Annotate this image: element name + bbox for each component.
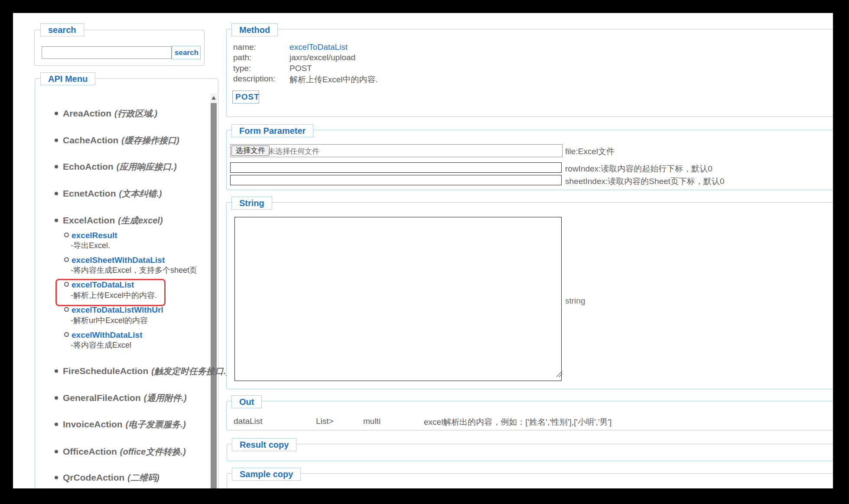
menu-link-label[interactable]: excelSheetWithDataList: [72, 255, 165, 265]
search-button[interactable]: search: [172, 46, 201, 59]
menu-item-label: GeneralFileAction: [63, 393, 141, 403]
menu-item-suffix: (生成excel): [118, 216, 163, 225]
out-field-name: dataList: [234, 417, 263, 426]
method-legend: Method: [231, 23, 278, 36]
menu-link-label[interactable]: excelToDataListWithUrl: [72, 305, 163, 314]
menu-item-label: EcnetAction: [63, 188, 116, 198]
menu-link-label[interactable]: excelToDataList: [72, 280, 134, 289]
page-content: search search API Menu AreaAction(行政区域.)…: [13, 13, 833, 488]
circle-bullet-icon: [64, 307, 69, 312]
menu-item-suffix: (缓存操作接口): [121, 136, 179, 145]
menu-item-office: OfficeAction(office文件转换.): [55, 446, 186, 458]
result-copy-panel: Result copy: [227, 444, 833, 461]
menu-item-invoice: InvoiceAction(电子发票服务.): [55, 419, 186, 430]
out-panel: Out dataList List> multi excel解析出的内容，例如：…: [226, 401, 833, 430]
sheetindex-input[interactable]: [230, 175, 562, 185]
menu-item-label: FireScheduleAction: [63, 366, 148, 376]
menu-link-exceltodatalist[interactable]: excelToDataList: [64, 280, 134, 290]
menu-link-desc: -解析url中Excel的内容: [71, 315, 148, 326]
menu-item-label: QrCodeAction: [63, 472, 124, 482]
menu-link-excelresult[interactable]: excelResult: [64, 231, 117, 240]
bullet-icon: [55, 165, 58, 168]
bullet-icon: [55, 450, 58, 453]
menu-item-label: OfficeAction: [63, 446, 117, 456]
menu-item-label: EchoAction: [63, 162, 114, 171]
menu-link-desc: -导出Excel.: [71, 240, 110, 251]
menu-link-desc: -将内容生成Excel: [71, 340, 131, 350]
menu-item-suffix: (行政区域.): [114, 109, 157, 118]
rowindex-input[interactable]: [230, 162, 562, 173]
circle-bullet-icon: [64, 257, 69, 262]
menu-scrollbar[interactable]: [211, 94, 217, 488]
menu-item-label: ExcelAction: [63, 215, 115, 225]
out-field-multi: multi: [363, 417, 381, 426]
form-parameter-panel: Form Parameter 选择文件 未选择任何文件 file:Excel文件…: [226, 130, 833, 190]
bullet-icon: [55, 192, 58, 195]
menu-item-generalfile: GeneralFileAction(通用附件.): [55, 392, 187, 404]
menu-item-echo: EchoAction(应用响应接口.): [55, 161, 177, 173]
scrollbar-thumb[interactable]: [211, 103, 217, 488]
rowindex-field-label: rowIndex:读取内容的起始行下标，默认0: [565, 163, 712, 174]
circle-bullet-icon: [64, 233, 69, 237]
circle-bullet-icon: [64, 282, 69, 287]
menu-item-label: AreaAction: [63, 108, 111, 118]
api-menu-legend: API Menu: [40, 72, 95, 85]
method-name-label: name:: [233, 42, 256, 52]
menu-item-suffix: (通用附件.): [144, 393, 187, 403]
form-parameter-legend: Form Parameter: [231, 124, 313, 137]
menu-link-excelsheetwithdatalist[interactable]: excelSheetWithDataList: [64, 255, 165, 265]
file-status-text: 未选择任何文件: [268, 146, 319, 156]
sample-copy-panel: Sample copy: [227, 473, 833, 488]
menu-item-cache: CacheAction(缓存操作接口): [55, 135, 179, 146]
result-copy-legend: Result copy: [232, 438, 296, 451]
menu-link-label[interactable]: excelResult: [72, 231, 117, 240]
search-panel-legend: search: [40, 23, 84, 36]
bullet-icon: [55, 369, 58, 373]
string-type-label: string: [565, 296, 585, 306]
scroll-up-icon[interactable]: [211, 94, 217, 102]
method-description-value: 解析上传Excel中的内容.: [290, 74, 378, 85]
menu-link-exceltodatalistwithurl[interactable]: excelToDataListWithUrl: [64, 305, 163, 315]
bullet-icon: [55, 396, 58, 400]
menu-link-desc: -将内容生成Excel，支持多个sheet页: [71, 265, 197, 275]
file-field-label: file:Excel文件: [565, 146, 615, 157]
menu-link-label[interactable]: excelWithDataList: [72, 330, 143, 339]
method-type-value: POST: [290, 64, 312, 73]
bullet-icon: [55, 139, 58, 142]
method-type-label: type:: [233, 64, 251, 73]
menu-item-label: CacheAction: [63, 135, 118, 145]
bullet-icon: [55, 219, 58, 222]
string-body-textarea[interactable]: [234, 217, 562, 381]
menu-link-desc: -解析上传Excel中的内容.: [71, 290, 157, 300]
menu-item-area: AreaAction(行政区域.): [55, 108, 157, 120]
string-legend: String: [231, 197, 272, 210]
menu-item-fireschedule: FireScheduleAction(触发定时任务接口.): [55, 365, 229, 377]
menu-item-excel: ExcelAction(生成excel): [55, 215, 163, 226]
choose-file-button[interactable]: 选择文件: [231, 145, 270, 156]
post-submit-button[interactable]: POST: [232, 90, 259, 103]
menu-link-excelwithdatalist[interactable]: excelWithDataList: [64, 330, 143, 340]
menu-item-suffix: (文本纠错.): [119, 189, 162, 198]
bullet-icon: [55, 112, 58, 115]
screenshot-frame: search search API Menu AreaAction(行政区域.)…: [0, 0, 849, 504]
file-upload-input[interactable]: 选择文件 未选择任何文件: [230, 144, 563, 157]
circle-bullet-icon: [64, 332, 69, 337]
menu-item-ecnet: EcnetAction(文本纠错.): [55, 188, 162, 200]
method-description-label: description:: [233, 74, 275, 83]
menu-item-suffix: (应用响应接口.): [117, 162, 177, 171]
sample-copy-legend: Sample copy: [232, 468, 301, 481]
bullet-icon: [55, 476, 58, 479]
menu-item-suffix: (电子发票服务.): [126, 420, 186, 429]
method-path-label: path:: [233, 53, 251, 62]
search-panel: search search: [34, 30, 205, 66]
api-menu-panel: API Menu AreaAction(行政区域.) CacheAction(缓…: [35, 78, 218, 488]
method-name-value[interactable]: excelToDataList: [290, 42, 348, 52]
menu-item-suffix: (office文件转换.): [120, 447, 186, 456]
search-input[interactable]: [42, 46, 172, 59]
out-field-desc: excel解析出的内容，例如：['姓名','性别'],['小明','男']: [424, 417, 612, 428]
string-panel: String string: [226, 202, 833, 389]
resize-grip-icon[interactable]: [556, 371, 563, 377]
menu-item-qrcode: QrCodeAction(二维码): [55, 472, 159, 484]
menu-item-suffix: (二维码): [127, 473, 159, 482]
sheetindex-field-label: sheetIndex:读取内容的Sheet页下标，默认0: [565, 176, 724, 187]
